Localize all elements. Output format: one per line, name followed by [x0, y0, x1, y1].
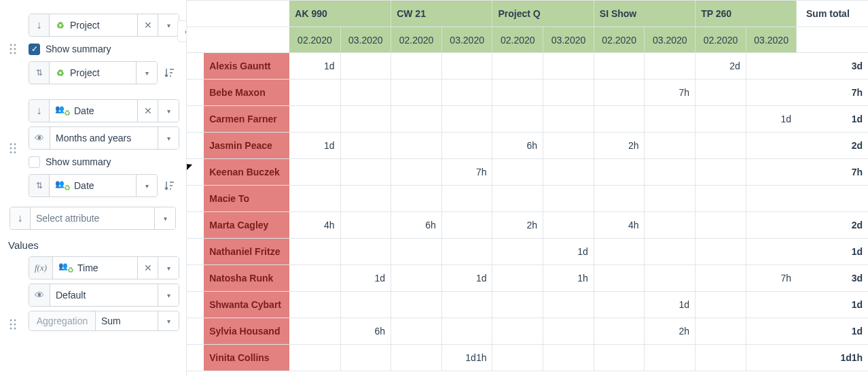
data-cell[interactable]: 1d1h — [441, 345, 492, 371]
data-cell[interactable] — [746, 53, 797, 80]
column-sub-header[interactable]: 02.2020 — [492, 27, 543, 53]
granularity-dropdown-button[interactable]: ▾ — [158, 127, 179, 149]
row-name-cell[interactable]: Shwanta Cybart — [204, 292, 289, 318]
data-cell[interactable] — [543, 106, 594, 133]
data-cell[interactable] — [594, 159, 645, 186]
data-cell[interactable] — [645, 212, 695, 239]
data-cell[interactable] — [289, 265, 340, 292]
data-cell[interactable] — [594, 106, 645, 133]
data-cell[interactable] — [340, 239, 391, 265]
column-group-header[interactable]: CW 21 — [391, 1, 492, 27]
data-cell[interactable] — [695, 345, 746, 371]
data-cell[interactable] — [289, 292, 340, 318]
data-cell[interactable] — [746, 239, 797, 265]
data-cell[interactable] — [391, 186, 442, 212]
data-cell[interactable] — [746, 345, 797, 371]
data-cell[interactable] — [492, 53, 543, 80]
data-cell[interactable] — [441, 80, 492, 106]
data-cell[interactable] — [543, 345, 594, 371]
data-cell[interactable] — [340, 345, 391, 371]
column-sub-header[interactable]: 02.2020 — [289, 27, 340, 53]
data-cell[interactable] — [746, 186, 797, 212]
data-cell[interactable] — [543, 318, 594, 345]
data-cell[interactable] — [391, 53, 442, 80]
aggregation-dropdown-button[interactable]: ▾ — [158, 311, 179, 330]
value-format-dropdown-button[interactable]: ▾ — [158, 284, 179, 306]
row-name-cell[interactable]: Sylvia Housand — [204, 318, 289, 345]
data-cell[interactable] — [594, 186, 645, 212]
data-cell[interactable] — [695, 292, 746, 318]
data-cell[interactable] — [441, 292, 492, 318]
value-dropdown-button[interactable]: ▾ — [158, 257, 179, 279]
data-cell[interactable] — [340, 159, 391, 186]
data-cell[interactable] — [695, 318, 746, 345]
sort-field-dropdown-button[interactable]: ▾ — [137, 175, 157, 196]
data-cell[interactable] — [645, 265, 695, 292]
data-cell[interactable]: 1d — [289, 53, 340, 80]
column-group-header[interactable]: TP 260 — [695, 1, 797, 27]
data-cell[interactable] — [594, 318, 645, 345]
data-cell[interactable] — [340, 133, 391, 159]
row-name-cell[interactable]: Jasmin Peace — [204, 133, 289, 159]
column-sub-header[interactable]: 03.2020 — [645, 27, 695, 53]
row-name-cell[interactable]: Alexis Gauntt — [204, 53, 289, 80]
data-cell[interactable] — [746, 212, 797, 239]
column-group-header[interactable]: AK 990 — [289, 1, 391, 27]
data-cell[interactable] — [695, 80, 746, 106]
clear-field-button[interactable]: ✕ — [138, 100, 158, 122]
data-cell[interactable] — [492, 186, 543, 212]
data-cell[interactable] — [391, 318, 442, 345]
data-cell[interactable]: 6h — [340, 318, 391, 345]
data-cell[interactable]: 1d — [289, 133, 340, 159]
data-cell[interactable] — [594, 239, 645, 265]
data-cell[interactable] — [645, 106, 695, 133]
data-cell[interactable] — [746, 133, 797, 159]
data-cell[interactable]: 7h — [441, 159, 492, 186]
show-summary-checkbox[interactable]: ✓ — [29, 44, 40, 55]
data-cell[interactable] — [391, 106, 442, 133]
data-cell[interactable] — [391, 133, 442, 159]
value-format-field[interactable]: Default — [50, 284, 158, 306]
data-cell[interactable] — [543, 53, 594, 80]
row-name-cell[interactable]: Nathaniel Fritze — [204, 239, 289, 265]
data-cell[interactable]: 2d — [695, 53, 746, 80]
field-dropdown-button[interactable]: ▾ — [158, 14, 179, 36]
data-cell[interactable] — [391, 292, 442, 318]
data-cell[interactable] — [441, 106, 492, 133]
data-cell[interactable]: 2h — [594, 133, 645, 159]
sort-direction-button[interactable]: ⇅ — [29, 62, 50, 84]
data-cell[interactable] — [594, 53, 645, 80]
data-cell[interactable] — [340, 53, 391, 80]
column-field-date[interactable]: 👥♻ Date — [50, 100, 138, 122]
data-cell[interactable] — [289, 186, 340, 212]
data-cell[interactable] — [695, 265, 746, 292]
column-sub-header[interactable]: 02.2020 — [391, 27, 442, 53]
sort-direction-button[interactable]: ⇅ — [29, 175, 50, 196]
data-cell[interactable] — [543, 212, 594, 239]
data-cell[interactable] — [492, 292, 543, 318]
data-cell[interactable] — [340, 80, 391, 106]
data-cell[interactable]: 6h — [492, 133, 543, 159]
column-sub-header[interactable]: 03.2020 — [543, 27, 594, 53]
data-cell[interactable] — [695, 212, 746, 239]
data-cell[interactable] — [645, 186, 695, 212]
data-cell[interactable] — [543, 133, 594, 159]
data-cell[interactable] — [289, 106, 340, 133]
data-cell[interactable]: 7h — [645, 80, 695, 106]
data-cell[interactable] — [340, 186, 391, 212]
data-cell[interactable]: 1d — [746, 106, 797, 133]
data-cell[interactable] — [645, 345, 695, 371]
data-cell[interactable]: 2h — [645, 318, 695, 345]
column-sub-header[interactable]: 03.2020 — [340, 27, 391, 53]
data-cell[interactable] — [391, 80, 442, 106]
data-cell[interactable] — [594, 345, 645, 371]
row-name-cell[interactable]: Vinita Collins — [204, 345, 289, 371]
column-field-project[interactable]: ♻ Project — [50, 14, 138, 36]
data-cell[interactable] — [340, 106, 391, 133]
data-cell[interactable] — [746, 292, 797, 318]
data-cell[interactable]: 1d — [441, 265, 492, 292]
data-cell[interactable] — [289, 159, 340, 186]
data-cell[interactable]: 4h — [289, 212, 340, 239]
value-field-time[interactable]: 👥♻ Time — [53, 257, 138, 279]
row-name-cell[interactable]: Carmen Farner — [204, 106, 289, 133]
